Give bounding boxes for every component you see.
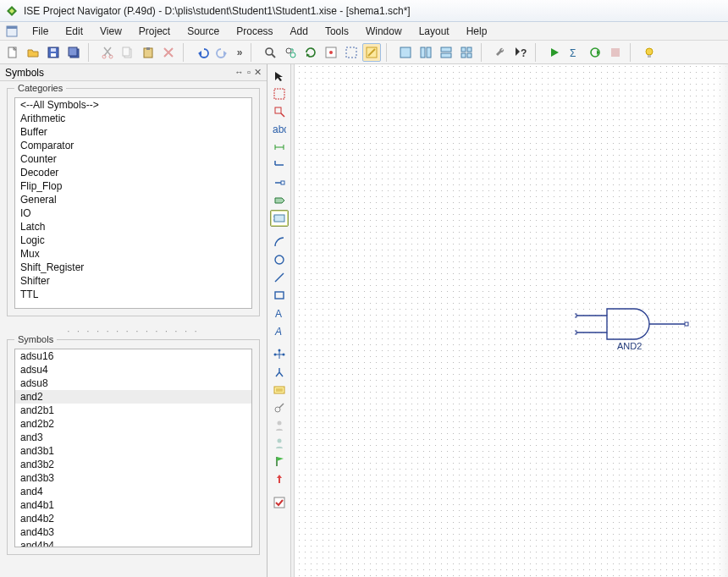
pin2-icon[interactable] [270,470,289,487]
tool-a-icon[interactable] [322,43,340,62]
gate-and2[interactable]: AND2 [575,305,693,346]
replace-icon[interactable] [281,43,300,62]
symbol-icon[interactable] [270,210,289,227]
flag-icon[interactable] [270,453,289,470]
legend-icon[interactable] [270,382,289,398]
list-item[interactable]: Buffer [15,125,251,139]
win3-icon[interactable] [437,43,455,62]
line-icon[interactable] [270,269,289,286]
win1-icon[interactable] [396,43,415,62]
list-item[interactable]: Shifter [15,274,251,288]
list-item[interactable]: Flip_Flop [15,179,251,193]
select-icon[interactable] [342,43,361,62]
paste-icon[interactable] [139,43,157,62]
list-item[interactable]: Arithmetic [15,112,251,125]
list-item[interactable]: and3b3 [15,471,251,485]
list-item[interactable]: and2b1 [15,404,251,417]
list-item[interactable]: adsu4 [15,363,251,376]
menu-help[interactable]: Help [458,24,496,39]
save-icon[interactable] [44,43,63,62]
port-icon[interactable] [270,192,289,209]
cycle-icon[interactable] [586,43,604,62]
person2-icon[interactable] [270,435,289,452]
text-icon[interactable]: A [270,305,289,321]
panel-menu-icon[interactable]: ▫ [247,67,251,78]
bulb-icon[interactable] [640,43,659,62]
run-icon[interactable] [545,43,564,62]
stop-icon[interactable] [606,43,625,62]
arc-icon[interactable] [270,234,289,250]
person-icon[interactable] [270,417,289,434]
system-menu-icon[interactable] [5,25,19,38]
list-item[interactable]: and4b2 [15,512,251,525]
menu-process[interactable]: Process [228,24,281,39]
list-item[interactable]: and2 [15,390,251,404]
delete-icon[interactable] [159,43,178,62]
list-item[interactable]: and2b2 [15,417,251,431]
abc-icon[interactable]: abc [270,121,289,138]
find-icon[interactable] [261,43,279,62]
new-file-icon[interactable] [3,43,22,62]
menu-file[interactable]: File [24,24,57,39]
menu-window[interactable]: Window [357,24,411,39]
list-item[interactable]: TTL [15,288,251,301]
save-all-icon[interactable] [64,43,83,62]
categories-listbox[interactable]: <--All Symbols-->ArithmeticBufferCompara… [14,97,252,309]
pin-icon[interactable] [270,174,289,191]
list-item[interactable]: and4 [15,485,251,498]
zoom-box-icon[interactable] [270,85,289,102]
menu-edit[interactable]: Edit [57,24,91,39]
circle-icon[interactable] [270,251,289,268]
refresh-icon[interactable] [301,43,320,62]
list-item[interactable]: and4b4 [15,539,251,547]
list-item[interactable]: <--All Symbols--> [15,98,251,112]
open-file-icon[interactable] [24,43,42,62]
menu-view[interactable]: View [91,24,130,39]
panel-dock-icon[interactable]: ↔ [234,67,244,78]
menu-source[interactable]: Source [179,24,228,39]
win4-icon[interactable] [457,43,476,62]
list-item[interactable]: Logic [15,234,251,247]
list-item[interactable]: Counter [15,152,251,166]
connector-icon[interactable] [270,157,289,173]
list-item[interactable]: Shift_Register [15,261,251,274]
redo-icon[interactable] [213,43,232,62]
list-item[interactable]: and3b2 [15,458,251,471]
list-item[interactable]: adsu16 [15,349,251,363]
panel-close-icon[interactable]: ✕ [254,67,262,78]
list-item[interactable]: and4b3 [15,525,251,539]
zoom-icon[interactable] [270,103,289,120]
list-item[interactable]: and3 [15,431,251,444]
wrench-icon[interactable] [491,43,510,62]
cut-icon[interactable] [98,43,117,62]
copy-icon[interactable] [119,43,137,62]
list-item[interactable]: and4b1 [15,498,251,512]
pointer-icon[interactable] [270,68,289,85]
scrollbar-vertical[interactable] [716,64,728,577]
list-item[interactable]: Comparator [15,139,251,152]
menu-project[interactable]: Project [130,24,179,39]
tree-icon[interactable] [270,346,289,363]
rect-icon[interactable] [270,287,289,304]
text2-icon[interactable]: A [270,322,289,339]
highlight-icon[interactable] [362,43,381,62]
check-icon[interactable] [270,494,289,511]
list-item[interactable]: General [15,193,251,206]
sigma-icon[interactable]: Σ [565,43,584,62]
menu-add[interactable]: Add [282,24,317,39]
list-item[interactable]: and3b1 [15,444,251,458]
probe-icon[interactable] [270,399,289,416]
list-item[interactable]: IO [15,206,251,220]
menu-tools[interactable]: Tools [317,24,357,39]
fork-icon[interactable] [270,364,289,381]
dim-icon[interactable] [270,139,289,156]
win2-icon[interactable] [416,43,435,62]
menu-layout[interactable]: Layout [411,24,458,39]
undo-icon[interactable] [193,43,212,62]
toolbar-overflow[interactable]: » [234,43,245,62]
help-context-icon[interactable]: ? [511,43,530,62]
list-item[interactable]: adsu8 [15,376,251,390]
list-item[interactable]: Latch [15,220,251,234]
schematic-canvas[interactable]: AND2 [291,64,728,577]
symbols-listbox[interactable]: adsu16adsu4adsu8and2and2b1and2b2and3and3… [14,349,252,547]
